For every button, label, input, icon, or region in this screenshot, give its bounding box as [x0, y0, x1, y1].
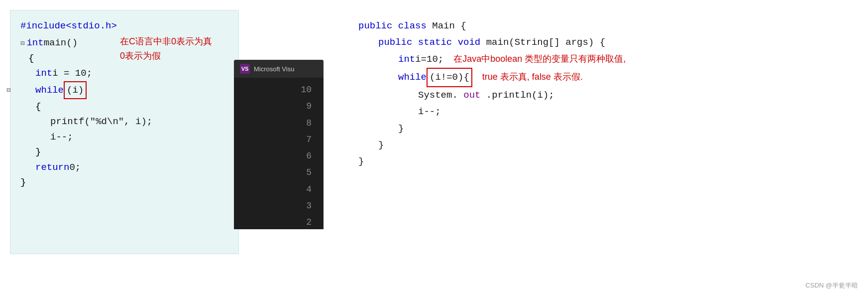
ide-overlay-panel: VS Microsoft Visu 10 9 8 7 6 5 4 3 2 1 [234, 60, 324, 229]
ide-line-numbers: 10 9 8 7 6 5 4 3 2 1 [234, 78, 324, 229]
line-num-8: 8 [242, 115, 312, 132]
c-int-kw2: int [35, 66, 52, 81]
java-int-kw: int [398, 51, 415, 68]
java-system: System. [418, 90, 458, 101]
c-while-close-brace: } [20, 145, 228, 159]
line-num-5: 5 [242, 164, 312, 181]
c-code-panel: #include<stdio.h> ⊟ int main() 在C语言中非0表示… [10, 10, 239, 254]
java-line-3: int i=10; 在Java中boolean 类型的变量只有两种取值, [358, 51, 836, 68]
c-printf: printf("%d\n", i); [50, 114, 152, 129]
c-brace-open: { [28, 51, 34, 66]
line-num-10: 10 [242, 82, 312, 98]
c-main-close-brace: } [20, 175, 228, 190]
c-while-collapse[interactable]: ⊟ [6, 82, 12, 97]
c-return-kw: return [35, 160, 69, 175]
java-int-i: i=10; [415, 51, 443, 68]
java-main-sig: main(String[] args) { [486, 37, 605, 48]
java-while-kw: while [398, 69, 427, 86]
c-while-kw: while [35, 83, 64, 98]
java-out: out [463, 90, 480, 101]
java-decrement: i--; [418, 106, 441, 117]
c-line-open-brace: { [20, 51, 228, 66]
java-line-7: } [358, 121, 836, 137]
java-static-kw: static [418, 37, 458, 48]
java-public2-kw: public [378, 37, 418, 48]
java-class-name: Main { [432, 20, 466, 31]
collapse-icon[interactable]: ⊟ [20, 38, 24, 49]
java-void-kw: void [458, 37, 486, 48]
c-while-brace: { [35, 99, 41, 114]
c-line-main: ⊟ int main() 在C语言中非0表示为真 0表示为假 [20, 35, 228, 50]
c-return-rest: 0; [69, 160, 81, 175]
line-num-3: 3 [242, 198, 312, 214]
c-line-include: #include<stdio.h> [20, 18, 228, 33]
c-line-int-i: int i = 10; [20, 66, 228, 81]
line-num-7: 7 [242, 132, 312, 148]
java-class-close: } [358, 156, 364, 167]
java-inner-close: } [398, 123, 404, 134]
c-line-while: ⊟ while (i) [20, 81, 228, 99]
c-decrement-line: i--; [20, 130, 228, 145]
ide-header: VS Microsoft Visu [234, 60, 324, 78]
java-line-9: } [358, 153, 836, 170]
java-line-2: public static void main(String[] args) { [358, 34, 836, 51]
ide-title: Microsoft Visu [254, 65, 294, 73]
c-include: #include<stdio.h> [20, 18, 117, 33]
line-num-4: 4 [242, 181, 312, 198]
line-num-2: 2 [242, 214, 312, 229]
java-line-4: while (i!=0){ true 表示真, false 表示假. [358, 68, 836, 87]
java-annotation-1: 在Java中boolean 类型的变量只有两种取值, [453, 51, 626, 67]
c-int-i-rest: i = 10; [52, 66, 92, 81]
line-num-9: 9 [242, 98, 312, 115]
c-main-signature: main() [44, 35, 78, 50]
java-class-kw: class [398, 20, 432, 31]
watermark: CSDN @半瓮半暗 [805, 281, 858, 290]
line-num-6: 6 [242, 148, 312, 164]
java-println: .println(i); [486, 90, 554, 101]
java-line-5: System. out .println(i); [358, 87, 836, 104]
ide-logo: VS [240, 64, 250, 74]
java-line-6: i--; [358, 104, 836, 120]
c-while-condition: (i) [64, 81, 87, 99]
c-printf-line: printf("%d\n", i); [20, 114, 228, 129]
c-decrement: i--; [50, 130, 73, 145]
java-line-1: public class Main { [358, 18, 836, 34]
java-code-panel: public class Main { public static void m… [348, 10, 846, 289]
c-return-line: return 0; [20, 160, 228, 175]
c-int-kw: int [26, 35, 43, 50]
java-while-condition: (i!=0){ [427, 68, 472, 87]
c-while-open-brace: { [20, 99, 228, 114]
java-annotation-2: true 表示真, false 表示假. [482, 69, 583, 85]
java-method-close: } [378, 140, 384, 150]
java-line-8: } [358, 137, 836, 153]
java-public-kw: public [358, 20, 398, 31]
c-main-close: } [20, 175, 26, 190]
c-while-close: } [35, 145, 41, 159]
